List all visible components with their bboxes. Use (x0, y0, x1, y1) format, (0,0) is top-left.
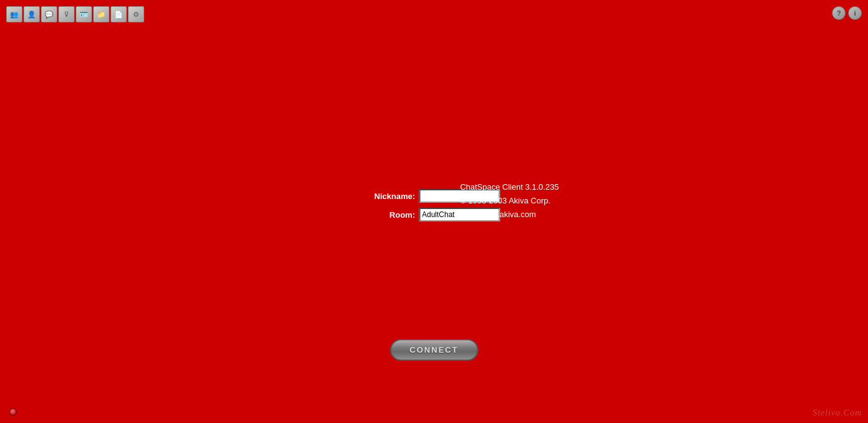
info-line1: ChatSpace Client 3.1.0.235 (460, 180, 559, 194)
doc-icon[interactable]: 📄 (111, 6, 127, 22)
help-icons: ? i (832, 6, 862, 20)
settings-icon[interactable]: ⚙ (128, 6, 144, 22)
status-indicator (9, 408, 17, 416)
watermark: Stelivo.Com (813, 408, 862, 418)
connect-button[interactable]: CONNECT (390, 339, 478, 361)
profile-icon[interactable]: 🪪 (76, 6, 92, 22)
help-info-button[interactable]: i (848, 6, 862, 20)
info-line2: © 1998-2003 Akiva Corp. (460, 194, 559, 208)
users-icon[interactable]: 👥 (6, 6, 22, 22)
folder-icon[interactable]: 📁 (93, 6, 109, 22)
room-label: Room: (368, 210, 415, 220)
chat-icon[interactable]: 💬 (41, 6, 57, 22)
nickname-label: Nickname: (368, 192, 415, 201)
toolbar: 👥👤💬⊽🪪📁📄⚙ (6, 6, 144, 22)
filter-icon[interactable]: ⊽ (58, 6, 75, 22)
connect-button-wrapper: CONNECT (390, 339, 478, 361)
info-panel: ChatSpace Client 3.1.0.235 © 1998-2003 A… (460, 180, 559, 221)
help-question-button[interactable]: ? (832, 6, 846, 20)
person-icon[interactable]: 👤 (24, 6, 40, 22)
info-line3: http://www.akiva.com (460, 208, 559, 221)
